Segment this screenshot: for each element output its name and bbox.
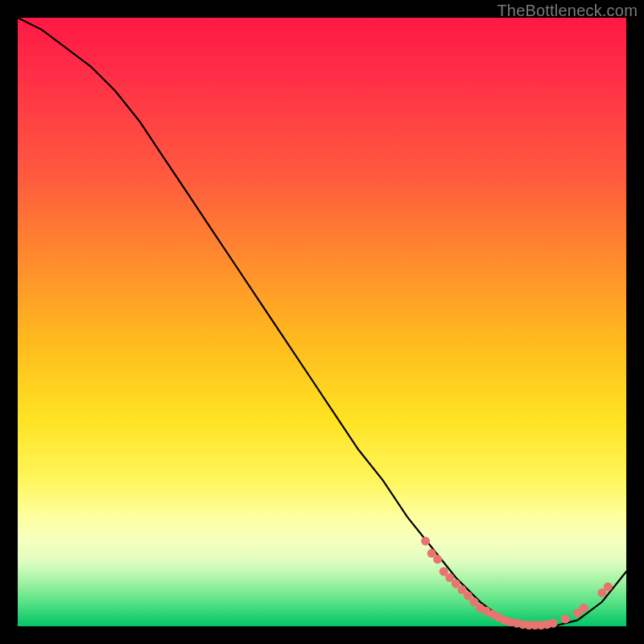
marker-dot [549,619,558,628]
marker-dot [561,614,570,623]
marker-dot [421,537,430,546]
chart-svg [18,18,626,626]
chart-plot-area [18,18,626,626]
series-curve [18,18,626,626]
marker-dot [580,604,588,613]
watermark-text: TheBottleneck.com [497,2,638,20]
chart-stage: TheBottleneck.com [0,0,644,644]
marker-dot [604,582,613,591]
marker-dot [433,555,442,564]
